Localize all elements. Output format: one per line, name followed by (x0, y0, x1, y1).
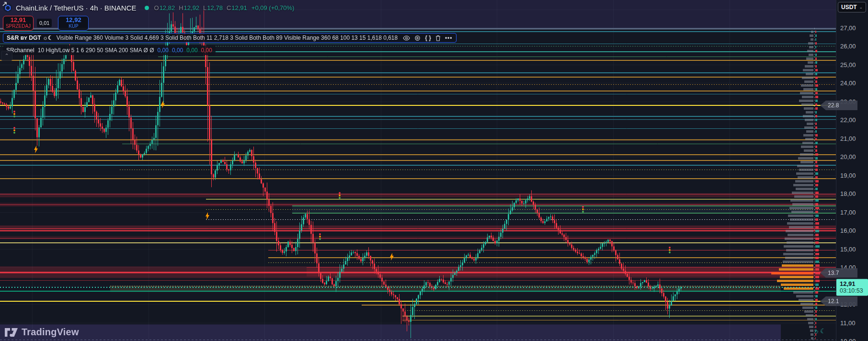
spread-value: 0,01 (37, 19, 52, 27)
current-price-value: 12,91 (840, 280, 868, 287)
indicator-params: 10 High/Low 5 1 6 290 50 SMA 200 SMA Ø Ø (38, 47, 154, 54)
price-scale-label: 18,00 (840, 190, 856, 197)
ohlc-values: O12,82H12,92L12,78C12,91+0,09 (+0,70%) (154, 4, 295, 11)
sr-level-price-tag: 12.1 (820, 296, 857, 306)
symbol-row: ChainLink / TetherUS · 4h · BINANCE O12,… (3, 2, 457, 13)
currency-label: USDT (841, 4, 857, 11)
price-scale-label: 24,00 (840, 80, 856, 87)
sr-level-price-tag: 13.7 (820, 268, 857, 278)
price-scale-label: 15,00 (840, 245, 856, 252)
chevron-down-icon: ⌄ (859, 5, 863, 10)
price-scale-label: 16,00 (840, 227, 856, 234)
indicator-params: Visible Range 360 Volume 3 Solid 4,669 3… (57, 34, 398, 41)
price-scale-label: 22,00 (840, 116, 856, 124)
tradingview-watermark[interactable]: TradingView (5, 327, 79, 338)
source-code-icon[interactable]: { } (425, 34, 431, 41)
eye-icon[interactable] (403, 35, 410, 41)
price-scale-label: 20,00 (840, 153, 856, 160)
buy-label: KUP (69, 23, 79, 29)
ohlc-item: H12,92 (179, 4, 199, 11)
indicator-value: 0,00 (158, 47, 169, 54)
indicator-value: 0,00 (201, 47, 212, 54)
price-scale-label: 21,00 (840, 135, 856, 142)
current-price-tag: 12,91 03:10:53 (836, 279, 868, 296)
indicator-value: 0,00 (186, 47, 197, 54)
quote-arrow-icon (2, 2, 7, 6)
ohlc-item: C12,91 (227, 4, 247, 11)
ohlc-item: +0,09 (+0,70%) (251, 4, 295, 11)
price-scale-label: 10,00 (840, 337, 856, 341)
legend-collapse-button[interactable]: ⌃ (1, 51, 12, 61)
bar-countdown: 03:10:53 (840, 287, 868, 295)
sell-label: SPRZEDAJ (6, 23, 31, 29)
price-scale-label: 27,00 (840, 24, 856, 32)
sell-price: 12,91 (11, 17, 26, 23)
indicator-value: 0,00 (172, 47, 183, 54)
tradingview-watermark-label: TradingView (22, 327, 79, 338)
ohlc-item: O12,82 (154, 4, 175, 11)
indicator-row-sr-by-dgt[interactable]: S&R ʙʏ DGT ☼☾ Visible Range 360 Volume 3… (3, 33, 457, 43)
tradingview-chart-window: ChainLink / TetherUS · 4h · BINANCE O12,… (0, 0, 868, 341)
chainlink-logo-icon (3, 3, 12, 12)
price-scale-label: 26,00 (840, 43, 856, 50)
indicator-actions: { } ••• (403, 34, 452, 41)
market-status-dot-icon[interactable] (145, 6, 149, 10)
price-scale-label: 25,00 (840, 61, 856, 68)
dgt-watermark-icon: ☼☾ (813, 327, 826, 335)
indicator-row-srchannel[interactable]: SRchannel 10 High/Low 5 1 6 290 50 SMA 2… (3, 45, 216, 55)
ohlc-item: L12,78 (203, 4, 223, 11)
delete-icon[interactable] (435, 35, 441, 41)
trade-panel: 12,91 SPRZEDAJ 0,01 12,92 KUP (3, 15, 457, 31)
indicator-title[interactable]: S&R ʙʏ DGT ☼☾ (7, 34, 53, 41)
price-scale-label: 19,00 (840, 171, 856, 179)
buy-button[interactable]: 12,92 KUP (58, 16, 89, 31)
buy-price: 12,92 (66, 17, 81, 23)
sell-button[interactable]: 12,91 SPRZEDAJ (3, 16, 34, 31)
price-scale-label: 11,00 (840, 319, 856, 326)
more-icon[interactable]: ••• (445, 34, 453, 41)
indicator-values: 0,000,000,000,00 (158, 47, 212, 54)
price-scale-label: 17,00 (840, 208, 856, 216)
tradingview-logo-icon (5, 328, 18, 337)
settings-icon[interactable] (414, 35, 421, 41)
currency-selector-button[interactable]: USDT ⌄ (838, 2, 866, 12)
symbol-title[interactable]: ChainLink / TetherUS · 4h · BINANCE (16, 4, 137, 12)
chart-legend: ChainLink / TetherUS · 4h · BINANCE O12,… (3, 2, 457, 55)
sr-level-price-tag: 22.8 (820, 101, 857, 110)
